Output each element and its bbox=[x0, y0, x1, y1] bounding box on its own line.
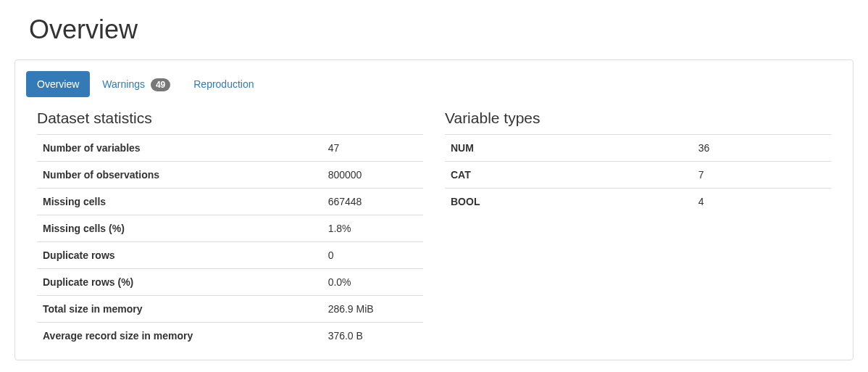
stat-label: Missing cells (%) bbox=[37, 215, 322, 242]
stat-value: 800000 bbox=[322, 162, 423, 189]
table-row: BOOL 4 bbox=[445, 189, 831, 215]
table-row: Total size in memory 286.9 MiB bbox=[37, 296, 423, 323]
dataset-stats-col: Dataset statistics Number of variables 4… bbox=[37, 109, 423, 349]
warnings-badge: 49 bbox=[151, 78, 170, 91]
table-row: Number of variables 47 bbox=[37, 135, 423, 162]
stat-label: Average record size in memory bbox=[37, 323, 322, 350]
dataset-stats-table: Number of variables 47 Number of observa… bbox=[37, 134, 423, 349]
stat-value: 286.9 MiB bbox=[322, 296, 423, 323]
stat-label: Duplicate rows bbox=[37, 242, 322, 269]
variable-types-col: Variable types NUM 36 CAT 7 BOOL 4 bbox=[445, 109, 831, 349]
variable-types-table: NUM 36 CAT 7 BOOL 4 bbox=[445, 134, 831, 215]
table-row: Missing cells 667448 bbox=[37, 189, 423, 215]
stat-value: 1.8% bbox=[322, 215, 423, 242]
type-label: NUM bbox=[445, 135, 693, 162]
stat-label: Missing cells bbox=[37, 189, 322, 215]
table-row: Average record size in memory 376.0 B bbox=[37, 323, 423, 350]
stat-value: 0 bbox=[322, 242, 423, 269]
stat-label: Total size in memory bbox=[37, 296, 322, 323]
stat-label: Duplicate rows (%) bbox=[37, 269, 322, 296]
table-row: Missing cells (%) 1.8% bbox=[37, 215, 423, 242]
table-row: Duplicate rows (%) 0.0% bbox=[37, 269, 423, 296]
stat-value: 376.0 B bbox=[322, 323, 423, 350]
tab-warnings-label: Warnings bbox=[102, 78, 145, 90]
type-value: 36 bbox=[693, 135, 831, 162]
content-row: Dataset statistics Number of variables 4… bbox=[26, 109, 842, 349]
table-row: Number of observations 800000 bbox=[37, 162, 423, 189]
type-value: 7 bbox=[693, 162, 831, 189]
stat-value: 47 bbox=[322, 135, 423, 162]
stat-value: 667448 bbox=[322, 189, 423, 215]
nav-tabs: Overview Warnings 49 Reproduction bbox=[26, 71, 842, 99]
tab-reproduction[interactable]: Reproduction bbox=[183, 71, 264, 97]
stat-value: 0.0% bbox=[322, 269, 423, 296]
tab-overview[interactable]: Overview bbox=[26, 71, 90, 97]
type-label: CAT bbox=[445, 162, 693, 189]
tab-warnings[interactable]: Warnings 49 bbox=[91, 71, 181, 99]
overview-panel: Overview Warnings 49 Reproduction Datase… bbox=[14, 59, 854, 360]
stat-label: Number of variables bbox=[37, 135, 322, 162]
type-value: 4 bbox=[693, 189, 831, 215]
page-title: Overview bbox=[29, 15, 854, 45]
table-row: CAT 7 bbox=[445, 162, 831, 189]
stat-label: Number of observations bbox=[37, 162, 322, 189]
table-row: NUM 36 bbox=[445, 135, 831, 162]
type-label: BOOL bbox=[445, 189, 693, 215]
variable-types-title: Variable types bbox=[445, 109, 831, 127]
dataset-stats-title: Dataset statistics bbox=[37, 109, 423, 127]
table-row: Duplicate rows 0 bbox=[37, 242, 423, 269]
